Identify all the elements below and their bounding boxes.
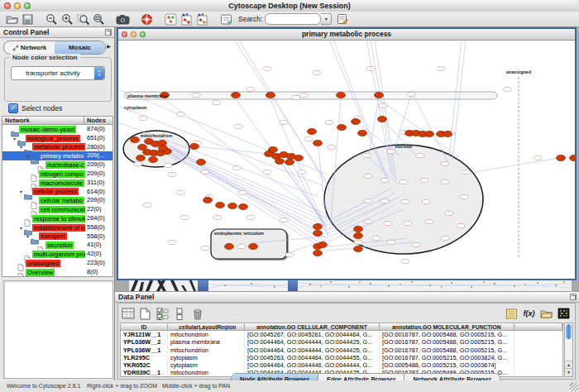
table-row[interactable]: YKR052Ccytoplasm[GO:0044464, GO:0044446,…	[121, 361, 562, 369]
network-node[interactable]	[280, 120, 288, 124]
zoom-fit-content-icon[interactable]	[92, 12, 106, 26]
column-header[interactable]: annotation.GO MOLECULAR_FUNCTION	[380, 323, 514, 331]
selected-network-node[interactable]	[266, 92, 275, 98]
tree-row[interactable]: macromolecule311(0)	[2, 179, 112, 188]
minimize-button[interactable]	[14, 2, 21, 9]
tree-row[interactable]: ▾transport558(0)	[2, 232, 112, 241]
network-node[interactable]	[192, 93, 200, 97]
zoom-out-icon[interactable]	[45, 12, 59, 26]
tab-node-attribute-browser[interactable]: Node Attribute Browser	[232, 374, 318, 380]
network-node[interactable]	[362, 153, 371, 157]
network-node[interactable]	[328, 145, 336, 149]
unselect-attributes-icon[interactable]	[172, 306, 188, 321]
background-window-fragment[interactable]	[208, 279, 288, 291]
tree-row[interactable]: ▾establishment of lo558(0)	[2, 223, 112, 232]
selected-network-node[interactable]	[313, 223, 323, 229]
expand-arrow-icon[interactable]: ▾	[18, 144, 24, 150]
selected-network-node[interactable]	[197, 159, 206, 165]
network-node[interactable]	[168, 240, 176, 244]
tree-row[interactable]: Overview8(0)	[2, 268, 112, 277]
selected-network-node[interactable]	[443, 131, 452, 136]
network-node[interactable]	[407, 92, 415, 96]
selected-network-node[interactable]	[354, 232, 363, 238]
network-node[interactable]	[299, 93, 308, 97]
selected-network-node[interactable]	[228, 203, 237, 208]
tree-row[interactable]: ▾biological_process651(0)	[2, 134, 112, 143]
vizmapper-a-icon[interactable]	[179, 12, 194, 26]
birdseye-view[interactable]	[3, 280, 113, 379]
selected-network-node[interactable]	[352, 118, 361, 124]
float-panel-icon[interactable]	[570, 294, 577, 300]
network-node[interactable]	[304, 136, 313, 141]
selected-network-node[interactable]	[285, 159, 294, 165]
column-header[interactable]: annotation.GO CELLULAR_COMPONENT	[245, 323, 380, 331]
network-node[interactable]	[387, 240, 395, 244]
network-node[interactable]	[387, 149, 395, 153]
network-node[interactable]	[280, 218, 288, 222]
selected-network-node[interactable]	[136, 155, 146, 160]
column-header[interactable]: _cellularLayoutRegion	[168, 323, 245, 331]
layout-region-icon[interactable]	[164, 12, 178, 26]
network-node[interactable]	[364, 219, 372, 223]
table-row[interactable]: YPL036W__2plasma membrane[GO:0044464, GO…	[121, 338, 562, 346]
selected-network-node[interactable]	[570, 155, 576, 160]
table-row[interactable]: YLR295Ccytoplasm[GO:0045263, GO:0044464,…	[121, 354, 562, 361]
selected-network-node[interactable]	[232, 92, 241, 98]
snapshot-camera-icon[interactable]	[116, 12, 130, 26]
network-node[interactable]	[263, 170, 271, 174]
zoom-button[interactable]	[24, 2, 31, 9]
attribute-table[interactable]: ID_cellularLayoutRegionannotation.GO CEL…	[120, 323, 563, 377]
selected-network-node[interactable]	[354, 246, 363, 251]
network-node[interactable]	[139, 116, 147, 120]
network-node[interactable]	[238, 190, 246, 194]
tree-row[interactable]: multi-organism pro42(0)	[2, 250, 112, 259]
tab-overflow-arrow-icon[interactable]: ▶	[105, 41, 112, 53]
selected-network-node[interactable]	[249, 243, 258, 249]
plasma-membrane-compartment[interactable]	[125, 92, 497, 99]
network-node[interactable]	[460, 194, 468, 198]
network-node[interactable]	[213, 215, 222, 219]
network-node[interactable]	[237, 244, 246, 248]
network-node[interactable]	[263, 66, 271, 70]
network-node[interactable]	[366, 66, 375, 70]
network-node[interactable]	[445, 211, 453, 215]
network-canvas[interactable]: plasma membranecytoplasmmitochondrionnuc…	[118, 40, 575, 279]
column-header[interactable]: ID	[121, 323, 168, 331]
close-button[interactable]	[122, 31, 127, 37]
delete-attribute-trash-icon[interactable]	[189, 306, 205, 321]
network-window-titlebar[interactable]: primary metabolic process	[118, 29, 575, 41]
selected-network-node[interactable]	[313, 140, 323, 146]
network-node[interactable]	[380, 178, 389, 182]
network-node[interactable]	[401, 199, 409, 203]
expand-arrow-icon[interactable]: ▾	[12, 136, 17, 141]
tree-row[interactable]: cellular metabo209(0)	[2, 196, 112, 205]
network-node[interactable]	[420, 178, 428, 182]
network-node[interactable]	[425, 219, 433, 223]
tree-row[interactable]: ▾primary metabo209(...	[2, 151, 112, 160]
network-node[interactable]	[384, 221, 392, 225]
tree-header-network[interactable]: Network	[2, 116, 84, 125]
network-node[interactable]	[401, 259, 409, 263]
network-node[interactable]	[422, 199, 430, 203]
tree-row[interactable]: ▾metabolic process280(0)	[2, 143, 112, 152]
selected-network-node[interactable]	[239, 203, 248, 209]
new-attribute-icon[interactable]	[137, 306, 153, 321]
network-node[interactable]	[313, 70, 321, 74]
expand-arrow-icon[interactable]: ▾	[18, 225, 24, 231]
zoom-in-icon[interactable]	[60, 12, 74, 26]
selected-network-node[interactable]	[308, 128, 317, 134]
tree-row[interactable]: nucleobase-c209(0)	[2, 160, 112, 170]
open-icon[interactable]	[5, 12, 19, 26]
background-window-fragment[interactable]	[298, 279, 572, 291]
help-lifesaver-icon[interactable]	[140, 12, 154, 26]
network-node[interactable]	[503, 87, 511, 91]
expand-arrow-icon[interactable]: ▾	[18, 189, 24, 194]
float-panel-icon[interactable]	[105, 29, 112, 36]
network-node[interactable]	[380, 198, 389, 203]
table-row[interactable]: YJR121W__1mitochondrion[GO:0045267, GO:0…	[121, 331, 562, 338]
network-node[interactable]	[246, 87, 255, 91]
vizmapper-b-icon[interactable]	[195, 12, 209, 26]
tree-row[interactable]: nitrogen compo209(0)	[2, 170, 112, 179]
table-row[interactable]: YPL036W__1mitochondrion[GO:0044464, GO:0…	[121, 347, 562, 354]
attribute-table-icon[interactable]	[120, 306, 136, 321]
